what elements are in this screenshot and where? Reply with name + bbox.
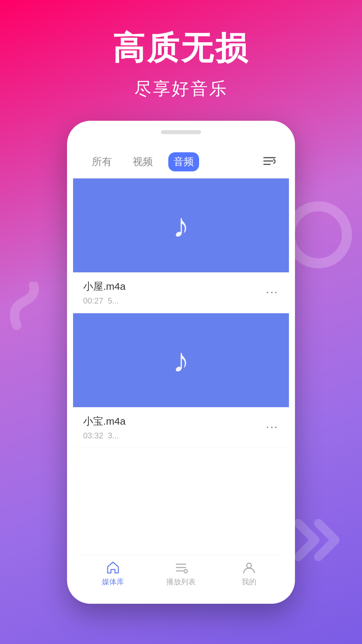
bottom-nav: 媒体库 播放列表 我的 — [79, 555, 283, 592]
user-icon — [242, 560, 256, 575]
music-note-icon-2: ♪ — [173, 341, 189, 380]
home-icon — [106, 560, 120, 575]
phone-shell: 所有 视频 音频 ♪ — [67, 121, 295, 604]
tab-bar: 所有 视频 音频 — [73, 144, 289, 178]
playlist-icon — [174, 560, 188, 575]
tab-all[interactable]: 所有 — [86, 152, 117, 171]
media-thumbnail-2[interactable]: ♪ — [73, 313, 289, 407]
sort-icon[interactable] — [263, 155, 276, 169]
svg-point-7 — [247, 563, 251, 568]
nav-item-playlist[interactable]: 播放列表 — [147, 560, 215, 587]
svg-point-6 — [184, 570, 187, 573]
tab-audio[interactable]: 音频 — [168, 152, 199, 171]
nav-item-library[interactable]: 媒体库 — [79, 560, 147, 587]
nav-label-library: 媒体库 — [102, 577, 124, 587]
media-item: ♪ 小屋.m4a 00:27 5... ⋮ — [73, 178, 289, 313]
nav-label-playlist: 播放列表 — [166, 577, 196, 587]
hero-title: 高质无损 — [0, 27, 362, 70]
media-more-button-1[interactable]: ⋮ — [265, 283, 279, 303]
bg-deco-circle — [285, 201, 352, 268]
nav-label-mine: 我的 — [242, 577, 256, 587]
media-name-1: 小屋.m4a — [83, 280, 265, 293]
phone-notch — [161, 130, 201, 134]
nav-item-mine[interactable]: 我的 — [215, 560, 283, 587]
media-list: ♪ 小屋.m4a 00:27 5... ⋮ — [73, 178, 289, 565]
media-details-2: 小宝.m4a 03:32 3... — [83, 415, 265, 440]
media-meta-1: 00:27 5... — [83, 296, 265, 306]
bg-deco-squiggle — [7, 282, 67, 335]
media-more-button-2[interactable]: ⋮ — [265, 418, 279, 437]
media-info-2: 小宝.m4a 03:32 3... ⋮ — [73, 407, 289, 448]
phone-mockup: 所有 视频 音频 ♪ — [67, 121, 295, 604]
media-item-2: ♪ 小宝.m4a 03:32 3... ⋮ — [73, 313, 289, 448]
media-meta-2: 03:32 3... — [83, 431, 265, 440]
phone-screen: 所有 视频 音频 ♪ — [73, 144, 289, 598]
hero-subtitle: 尽享好音乐 — [0, 77, 362, 101]
media-details-1: 小屋.m4a 00:27 5... — [83, 280, 265, 306]
media-thumbnail-1[interactable]: ♪ — [73, 178, 289, 272]
hero-section: 高质无损 尽享好音乐 — [0, 27, 362, 101]
bg-deco-chevron — [288, 513, 355, 570]
music-note-icon-1: ♪ — [173, 206, 189, 245]
media-info-1: 小屋.m4a 00:27 5... ⋮ — [73, 272, 289, 313]
tab-video[interactable]: 视频 — [127, 152, 158, 171]
media-name-2: 小宝.m4a — [83, 415, 265, 428]
